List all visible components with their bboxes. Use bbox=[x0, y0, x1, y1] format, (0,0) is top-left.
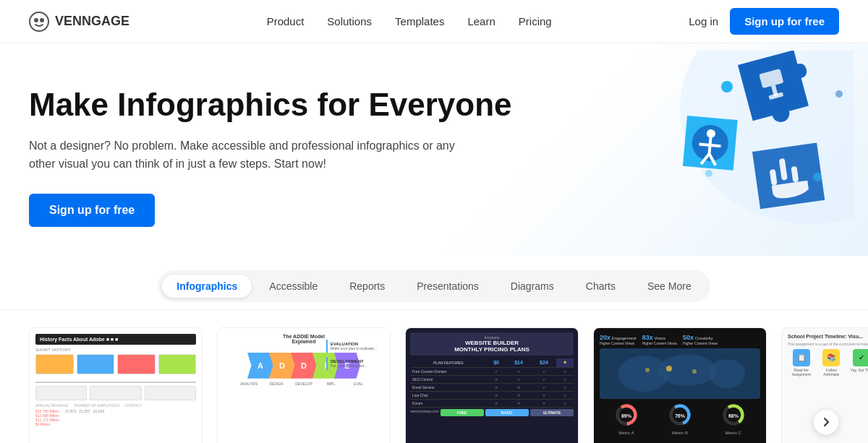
svg-point-1 bbox=[34, 18, 38, 22]
svg-text:89%: 89% bbox=[621, 413, 632, 418]
card-process: The ADDIE ModelExplained A D D I E ANALY… bbox=[217, 327, 391, 443]
tab-diagrams[interactable]: Diagrams bbox=[496, 275, 569, 298]
svg-point-25 bbox=[692, 369, 697, 374]
card-statistical-image[interactable]: 20x EngagementHigher Content Views 83x V… bbox=[593, 327, 767, 443]
card-timeline: History Facts About Adobe ■ ■ ■ SHORT HI… bbox=[29, 327, 203, 443]
svg-point-17 bbox=[721, 81, 733, 93]
hero-section: Make Infographics for Everyone Not a des… bbox=[0, 43, 868, 256]
svg-text:68%: 68% bbox=[728, 413, 739, 418]
tab-presentations[interactable]: Presentations bbox=[402, 275, 493, 298]
header-actions: Log in Sign up for free bbox=[689, 8, 839, 35]
tabs: Infographics Accessible Reports Presenta… bbox=[158, 270, 710, 302]
svg-text:76%: 76% bbox=[675, 413, 686, 418]
svg-point-0 bbox=[30, 12, 48, 31]
svg-point-23 bbox=[709, 359, 745, 388]
nav-templates[interactable]: Templates bbox=[395, 15, 444, 27]
svg-point-20 bbox=[835, 90, 843, 98]
card-statistical: 20x EngagementHigher Content Views 83x V… bbox=[593, 327, 767, 443]
card-comparison-image[interactable]: knowza WEBSITE BUILDERMONTHLY PRICING PL… bbox=[405, 327, 579, 443]
svg-point-2 bbox=[40, 18, 44, 22]
main-nav: Product Solutions Templates Learn Pricin… bbox=[267, 15, 552, 27]
chevron-right-icon bbox=[821, 417, 831, 427]
svg-line-11 bbox=[699, 145, 721, 147]
svg-point-18 bbox=[813, 173, 822, 181]
logo[interactable]: VENNGAGE bbox=[29, 12, 129, 32]
header-signup-button[interactable]: Sign up for free bbox=[730, 8, 839, 35]
login-button[interactable]: Log in bbox=[689, 15, 718, 27]
nav-solutions[interactable]: Solutions bbox=[327, 15, 372, 27]
hero-description: Not a designer? No problem. Make accessi… bbox=[29, 137, 463, 173]
cards-row: History Facts About Adobe ■ ■ ■ SHORT HI… bbox=[29, 327, 839, 443]
hero-content: Make Infographics for Everyone Not a des… bbox=[29, 87, 535, 227]
card-timeline-image[interactable]: History Facts About Adobe ■ ■ ■ SHORT HI… bbox=[29, 327, 203, 443]
tabs-container: Infographics Accessible Reports Presenta… bbox=[0, 256, 868, 310]
card-comparison: knowza WEBSITE BUILDERMONTHLY PRICING PL… bbox=[405, 327, 579, 443]
header: VENNGAGE Product Solutions Templates Lea… bbox=[0, 0, 868, 43]
nav-learn[interactable]: Learn bbox=[467, 15, 495, 27]
puzzle-svg bbox=[593, 51, 854, 224]
tab-reports[interactable]: Reports bbox=[335, 275, 399, 298]
logo-icon bbox=[29, 12, 49, 32]
cards-section: History Facts About Adobe ■ ■ ■ SHORT HI… bbox=[0, 310, 868, 443]
tab-see-more[interactable]: See More bbox=[633, 275, 706, 298]
nav-product[interactable]: Product bbox=[267, 15, 305, 27]
svg-point-26 bbox=[645, 368, 650, 372]
tab-charts[interactable]: Charts bbox=[571, 275, 630, 298]
cards-next-arrow[interactable] bbox=[813, 409, 839, 435]
svg-point-24 bbox=[666, 366, 672, 371]
tab-accessible[interactable]: Accessible bbox=[255, 275, 332, 298]
logo-text: VENNGAGE bbox=[55, 14, 129, 29]
hero-illustration bbox=[593, 51, 854, 224]
hero-cta-button[interactable]: Sign up for free bbox=[29, 194, 155, 227]
tab-infographics[interactable]: Infographics bbox=[162, 275, 252, 298]
nav-pricing[interactable]: Pricing bbox=[519, 15, 552, 27]
svg-point-19 bbox=[705, 170, 712, 177]
card-process-image[interactable]: The ADDIE ModelExplained A D D I E ANALY… bbox=[217, 327, 391, 443]
hero-headline: Make Infographics for Everyone bbox=[29, 87, 535, 124]
